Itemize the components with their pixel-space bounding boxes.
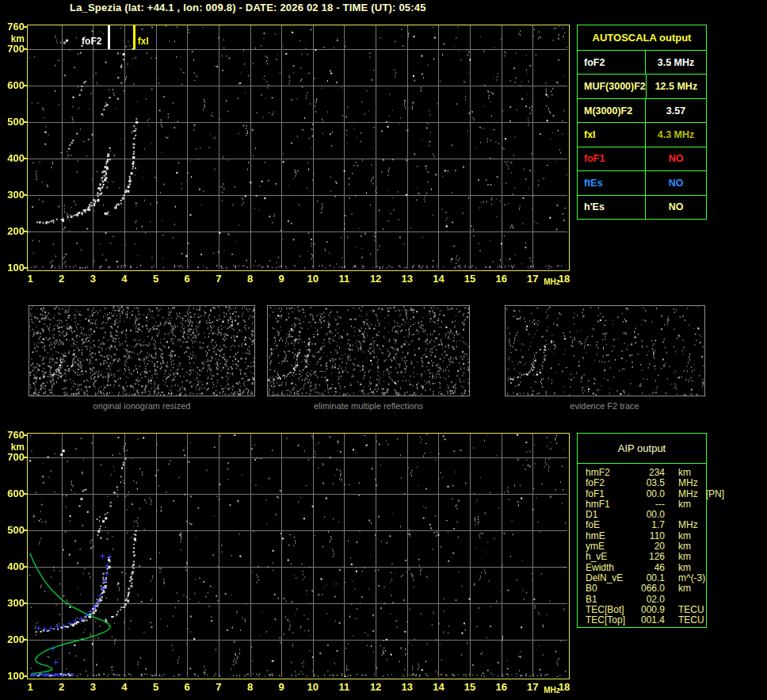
y-axis-tickmark-bottom: [23, 675, 27, 677]
y-axis-tick-bottom: 300: [1, 598, 25, 609]
x-axis-tick-bottom: 11: [339, 681, 350, 693]
y-axis-tick-bottom: 400: [1, 561, 25, 572]
x-axis-tick-bottom: 13: [402, 681, 413, 693]
autoscala-row-value: NO: [646, 196, 706, 219]
aip-row-hme: hmE110km: [586, 531, 706, 541]
y-axis-unit-top: km: [1, 33, 25, 44]
aip-row-value: 20: [632, 541, 665, 552]
autoscala-row-label: foF1: [578, 147, 646, 170]
aip-row-tecbot: TEC[Bot]000.9TECU: [586, 605, 706, 615]
autoscala-row-value: 3.5 MHz: [646, 51, 706, 74]
aip-output-table: AIP output hmF2234kmfoF203.5MHzfoF100.0M…: [577, 433, 707, 628]
autoscala-row-label: fxI: [578, 123, 646, 146]
aip-row-value: 00.1: [632, 573, 665, 583]
y-axis-tickmark-bottom: [23, 602, 27, 604]
aip-row-value: 00.0: [632, 489, 665, 499]
autoscala-row-fxi: fxI4.3 MHz: [578, 123, 706, 147]
top-ionogram-canvas: [28, 25, 567, 269]
aip-row-unit: MHz [PN]: [678, 489, 724, 499]
aip-row-label: TEC[Top]: [586, 615, 632, 625]
aip-row-b1: B102.0: [586, 595, 706, 605]
y-axis-tick-top: 760: [1, 21, 25, 33]
x-axis-tick-top: 10: [307, 273, 319, 285]
x-axis-tick-bottom: 5: [153, 681, 158, 693]
y-axis-tickmark-bottom: [23, 493, 27, 495]
aip-row-label: h_vE: [586, 552, 632, 562]
autoscala-table-rows: foF23.5 MHzMUF(3000)F212.5 MHzM(3000)F23…: [578, 51, 706, 219]
aip-row-label: foF1: [586, 489, 632, 499]
x-axis-tick-bottom: 9: [279, 681, 284, 693]
x-axis-tick-bottom: 4: [121, 681, 127, 693]
x-axis-tick-top: 11: [339, 273, 350, 285]
x-axis-tick-bottom: 17: [527, 681, 538, 693]
aip-row-fof2: foF203.5MHz: [586, 478, 706, 488]
x-axis-tick-top: 4: [121, 273, 127, 285]
bottom-ionogram-canvas: [28, 434, 567, 677]
y-axis-tick-top: 400: [1, 153, 25, 164]
x-axis-tick-bottom: 7: [216, 681, 221, 693]
aip-row-value: 02.0: [632, 595, 665, 605]
x-axis-unit-top: MHz: [544, 277, 560, 286]
x-axis-tick-top: 6: [185, 273, 190, 285]
thumbnail-evidence-f2: [505, 305, 705, 396]
x-axis-tick-top: 16: [495, 273, 506, 285]
aip-row-label: B0: [586, 583, 632, 594]
y-axis-tickmark-top: [23, 267, 27, 269]
aip-row-label: foF2: [586, 478, 632, 488]
y-axis-tickmark-top: [23, 121, 27, 123]
autoscala-row-ftes: ftEsNO: [578, 171, 706, 195]
aip-row-label: ymE: [586, 541, 632, 552]
aip-row-b0: B0066.0km: [586, 583, 706, 594]
aip-row-label: hmF1: [586, 499, 632, 510]
x-axis-tick-top: 3: [90, 273, 96, 285]
autoscala-row-value: 12.5 MHz: [647, 75, 706, 98]
autoscala-row-fof1: foF1NO: [578, 147, 706, 171]
x-axis-tick-top: 13: [402, 273, 413, 285]
autoscala-output-table: AUTOSCALA output foF23.5 MHzMUF(3000)F21…: [577, 25, 707, 220]
x-axis-tick-top: 8: [247, 273, 253, 285]
y-axis-tickmark-top: [23, 231, 27, 232]
autoscala-row-label: MUF(3000)F2: [578, 75, 647, 98]
aip-row-unit: km: [678, 541, 691, 552]
x-axis-tick-top: 18: [559, 273, 570, 285]
fxi-marker-line: [133, 25, 135, 49]
autoscala-row-value: NO: [646, 171, 706, 194]
thumbnail-eliminate-reflections: [267, 305, 470, 396]
x-axis-tick-bottom: 6: [185, 681, 190, 693]
aip-row-value: 46: [632, 563, 665, 573]
fxi-marker-label: fxI: [138, 36, 149, 47]
x-axis-unit-bottom: MHz: [544, 686, 560, 694]
x-axis-tick-bottom: 18: [559, 681, 570, 693]
aip-row-delnve: DelN_vE00.1m^(-3): [586, 573, 706, 583]
autoscala-table-title: AUTOSCALA output: [578, 25, 706, 51]
autoscala-row-m3000f2: M(3000)F23.57: [578, 99, 706, 123]
y-axis-tickmark-bottom: [23, 457, 27, 458]
x-axis-tick-bottom: 8: [247, 681, 253, 693]
aip-row-value: 1.7: [632, 520, 665, 530]
aip-row-value: 000.9: [632, 605, 665, 615]
aip-row-label: TEC[Bot]: [586, 605, 632, 615]
x-axis-tick-bottom: 12: [370, 681, 381, 693]
aip-row-unit: TECU: [678, 615, 704, 625]
y-axis-tickmark-bottom: [23, 530, 27, 531]
aip-row-label: foE: [586, 520, 632, 530]
thumbnail-caption-eliminate: eliminate multiple reflections: [314, 401, 423, 411]
autoscala-app-window: { "title": "La_Spezia (lat: +44.1 , lon:…: [0, 0, 767, 700]
autoscala-row-label: ftEs: [578, 171, 646, 194]
bottom-ionogram-plot: [27, 433, 570, 679]
y-axis-tick-bottom: 700: [1, 452, 25, 463]
y-axis-tick-top: 700: [1, 44, 25, 55]
aip-row-value: 066.0: [632, 583, 665, 594]
aip-table-title: AIP output: [578, 434, 706, 464]
y-axis-tickmark-top: [23, 158, 27, 159]
thumbnail-evidence-canvas: [506, 306, 704, 396]
x-axis-tick-top: 1: [27, 273, 32, 285]
y-axis-tick-bottom: 200: [1, 634, 25, 645]
aip-row-hmf2: hmF2234km: [586, 468, 706, 478]
aip-row-value: 110: [632, 531, 665, 541]
x-axis-tick-bottom: 16: [495, 681, 506, 693]
autoscala-row-label: h'Es: [578, 196, 646, 219]
y-axis-tickmark-top: [23, 85, 27, 86]
y-axis-tick-top: 600: [1, 80, 25, 91]
autoscala-row-label: M(3000)F2: [578, 99, 646, 122]
